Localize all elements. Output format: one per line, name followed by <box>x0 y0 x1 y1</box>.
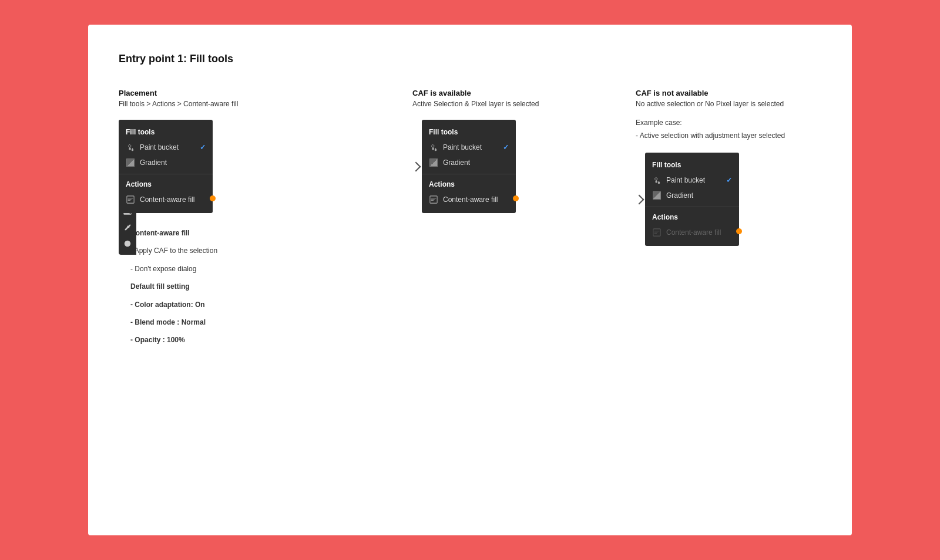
col-caf-example-label: Example case: <box>636 117 859 128</box>
eyedropper-icon[interactable] <box>120 220 135 235</box>
fill-tools-section-title-3: Fill tools <box>645 158 739 173</box>
dropdown-divider-3 <box>645 207 739 207</box>
paint-bucket-check-3: ✓ <box>726 176 732 184</box>
gradient-label: Gradient <box>140 158 206 167</box>
gradient-icon-2 <box>429 158 438 167</box>
fill-tools-section-title: Fill tools <box>119 126 213 140</box>
paint-bucket-icon-2 <box>429 143 438 152</box>
paint-bucket-check-2: ✓ <box>503 143 509 151</box>
gradient-item-3[interactable]: Gradient <box>645 188 739 203</box>
content-aware-label-2: Content-aware fill <box>443 195 509 204</box>
paint-bucket-label: Paint bucket <box>140 143 195 151</box>
paint-bucket-label-3: Paint bucket <box>666 176 721 184</box>
gradient-label-3: Gradient <box>666 191 732 200</box>
content-aware-label-3: Content-aware fill <box>666 228 732 237</box>
col-placement: Placement Fill tools > Actions > Content… <box>119 89 412 352</box>
annotation-line2: - Don't expose dialog <box>130 263 412 275</box>
arrow-caf-not-available <box>634 195 644 205</box>
col-caf-not-available-sublabel: No active selection or No Pixel layer is… <box>636 100 859 108</box>
gradient-label-2: Gradient <box>443 158 509 167</box>
annotation-line5: - Opacity : 100% <box>130 336 185 344</box>
panel-group-placement: Fill tools Paint bucket ✓ <box>119 120 412 213</box>
content-aware-fill-item[interactable]: Content-aware fill <box>119 192 213 207</box>
panel-group-caf-not-available: Fill tools Paint bucket ✓ Gradient <box>636 153 859 247</box>
gradient-item[interactable]: Gradient <box>119 155 213 170</box>
content-aware-icon <box>126 195 135 204</box>
actions-section-title: Actions <box>119 178 213 192</box>
paint-bucket-item-3[interactable]: Paint bucket ✓ <box>645 173 739 188</box>
content-aware-icon-3 <box>652 228 662 237</box>
col-placement-label: Placement <box>119 89 412 97</box>
fill-tools-section-title-2: Fill tools <box>422 126 516 140</box>
paint-bucket-label-2: Paint bucket <box>443 143 498 151</box>
annotation-line3: - Color adaptation: On <box>130 301 205 309</box>
orange-dot-caf-available <box>513 195 519 201</box>
actions-section-title-3: Actions <box>645 211 739 225</box>
content-aware-label: Content-aware fill <box>140 195 206 204</box>
swatch-icon[interactable] <box>120 237 135 252</box>
page-title: Entry point 1: Fill tools <box>119 53 821 65</box>
col-caf-not-available: CAF is not available No active selection… <box>636 89 859 247</box>
columns-row: Placement Fill tools > Actions > Content… <box>119 89 821 352</box>
panel-group-caf-available: Fill tools Paint bucket ✓ Gradient <box>412 120 636 214</box>
arrow-caf-available <box>411 162 421 172</box>
paint-bucket-check: ✓ <box>200 143 206 151</box>
gradient-icon <box>126 158 135 167</box>
col-caf-example-line: - Active selection with adjustment layer… <box>636 130 859 141</box>
paint-bucket-icon-3 <box>652 176 662 185</box>
gradient-icon-rect-3 <box>653 191 661 200</box>
col-caf-available: CAF is available Active Selection & Pixe… <box>412 89 636 214</box>
content-aware-icon-2 <box>429 195 438 204</box>
dropdown-divider <box>119 174 213 174</box>
col-caf-not-available-label: CAF is not available <box>636 89 859 97</box>
col-placement-sublabel: Fill tools > Actions > Content-aware fil… <box>119 100 412 108</box>
paint-bucket-item[interactable]: Paint bucket ✓ <box>119 140 213 155</box>
annotation-title2: Default fill setting <box>130 282 190 291</box>
gradient-item-2[interactable]: Gradient <box>422 155 516 170</box>
content-aware-fill-item-3[interactable]: Content-aware fill <box>645 225 739 240</box>
orange-dot-placement <box>210 195 216 201</box>
annotation-placement: Content-aware fill - Apply CAF to the se… <box>119 227 412 346</box>
gradient-icon-rect-2 <box>429 158 438 167</box>
dropdown-menu-caf-available: Fill tools Paint bucket ✓ Gradient <box>422 120 516 213</box>
main-card: Entry point 1: Fill tools Placement Fill… <box>88 25 852 535</box>
annotation-title: Content-aware fill <box>130 229 190 237</box>
col-caf-available-label: CAF is available <box>412 89 636 97</box>
col-caf-available-sublabel: Active Selection & Pixel layer is select… <box>412 100 636 108</box>
dropdown-menu-placement: Fill tools Paint bucket ✓ <box>119 120 213 213</box>
annotation-line4: - Blend mode : Normal <box>130 318 206 326</box>
actions-section-title-2: Actions <box>422 178 516 192</box>
content-aware-fill-item-2[interactable]: Content-aware fill <box>422 192 516 207</box>
gradient-icon-rect <box>126 158 135 167</box>
annotation-line1: - Apply CAF to the selection <box>130 245 412 257</box>
svg-point-2 <box>125 241 131 247</box>
gradient-icon-3 <box>652 191 662 200</box>
paint-bucket-item-2[interactable]: Paint bucket ✓ <box>422 140 516 155</box>
dropdown-divider-2 <box>422 174 516 174</box>
orange-dot-caf-not-available <box>736 228 742 234</box>
dropdown-menu-caf-not-available: Fill tools Paint bucket ✓ Gradient <box>645 153 739 246</box>
paint-bucket-icon <box>126 143 135 152</box>
